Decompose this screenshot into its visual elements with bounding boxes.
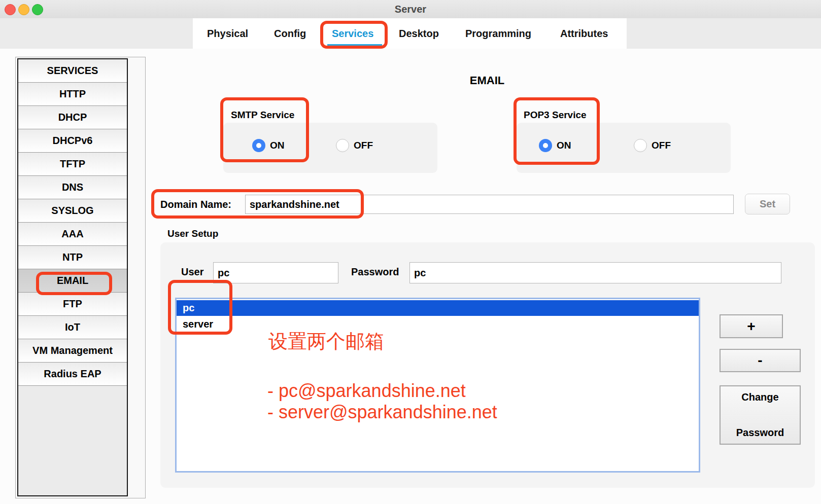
title-bar: Server xyxy=(0,0,821,19)
list-item-server[interactable]: server xyxy=(177,316,699,333)
tab-attributes[interactable]: Attributes xyxy=(560,18,608,49)
window-title: Server xyxy=(0,0,821,18)
pop3-service-label: POP3 Service xyxy=(524,110,587,121)
password-label: Password xyxy=(351,266,399,278)
services-sidebar: SERVICES HTTP DHCP DHCPv6 TFTP DNS SYSLO… xyxy=(17,58,128,496)
add-user-button[interactable]: + xyxy=(720,314,783,338)
remove-user-button[interactable]: - xyxy=(720,349,801,372)
user-label: User xyxy=(181,266,203,278)
active-tab-underline xyxy=(327,44,382,48)
user-setup-label: User Setup xyxy=(167,228,218,239)
tab-config[interactable]: Config xyxy=(274,18,306,49)
pop3-on-radio[interactable] xyxy=(539,139,552,152)
services-sidebar-container: SERVICES HTTP DHCP DHCPv6 TFTP DNS SYSLO… xyxy=(15,57,146,498)
sidebar-item-iot[interactable]: IoT xyxy=(18,316,127,339)
domain-name-label: Domain Name: xyxy=(160,199,231,210)
sidebar-item-aaa[interactable]: AAA xyxy=(18,223,127,246)
sidebar-item-radius-eap[interactable]: Radius EAP xyxy=(18,363,127,386)
pop3-off-label: OFF xyxy=(652,139,671,152)
sidebar-item-vm-management[interactable]: VM Management xyxy=(18,339,127,363)
smtp-on-label: ON xyxy=(270,139,285,152)
user-list: pc server xyxy=(175,298,700,473)
sidebar-item-tftp[interactable]: TFTP xyxy=(18,153,127,176)
sidebar-item-dhcpv6[interactable]: DHCPv6 xyxy=(18,129,127,153)
page-title: EMAIL xyxy=(436,74,538,87)
tab-programming[interactable]: Programming xyxy=(465,18,531,49)
change-password-line2: Password xyxy=(736,427,784,439)
sidebar-item-ntp[interactable]: NTP xyxy=(18,246,127,269)
sidebar-item-services[interactable]: SERVICES xyxy=(18,59,127,83)
sidebar-item-email[interactable]: EMAIL xyxy=(18,269,127,293)
pop3-on-label: ON xyxy=(557,139,571,152)
smtp-on-radio[interactable] xyxy=(252,139,265,152)
tab-desktop[interactable]: Desktop xyxy=(399,18,439,49)
sidebar-item-dns[interactable]: DNS xyxy=(18,176,127,199)
sidebar-item-dhcp[interactable]: DHCP xyxy=(18,106,127,129)
tab-strip: Physical Config Services Desktop Program… xyxy=(0,18,821,49)
user-input[interactable] xyxy=(213,262,338,283)
change-password-button[interactable]: Change Password xyxy=(720,385,801,445)
password-input[interactable] xyxy=(409,262,781,283)
set-button[interactable]: Set xyxy=(745,194,790,214)
smtp-off-label: OFF xyxy=(354,139,373,152)
tab-physical[interactable]: Physical xyxy=(207,18,248,49)
list-item-pc[interactable]: pc xyxy=(177,300,699,316)
sidebar-item-syslog[interactable]: SYSLOG xyxy=(18,199,127,223)
smtp-off-radio[interactable] xyxy=(336,139,349,152)
sidebar-item-ftp[interactable]: FTP xyxy=(18,293,127,316)
smtp-service-label: SMTP Service xyxy=(231,110,294,121)
domain-name-input[interactable] xyxy=(245,195,734,214)
server-window: Server Physical Config Services Desktop … xyxy=(0,0,821,504)
change-password-line1: Change xyxy=(741,391,778,403)
sidebar-item-http[interactable]: HTTP xyxy=(18,83,127,106)
pop3-off-radio[interactable] xyxy=(634,139,647,152)
